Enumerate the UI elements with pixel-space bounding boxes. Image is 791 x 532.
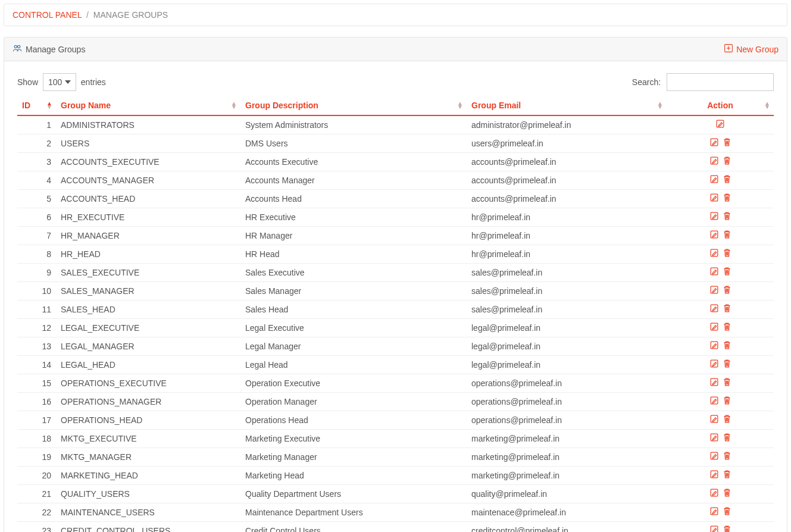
edit-icon[interactable]: [715, 119, 725, 129]
breadcrumb-separator: /: [86, 10, 89, 20]
sort-icon: ▲▼: [231, 102, 237, 109]
table-row: 1ADMINISTRATORSSystem Administratorsadmi…: [17, 115, 774, 134]
cell-name: HR_MANAGER: [56, 227, 240, 245]
edit-icon[interactable]: [709, 267, 719, 276]
cell-desc: Accounts Head: [240, 190, 467, 208]
cell-name: LEGAL_HEAD: [56, 356, 240, 374]
table-row: 23CREDIT_CONTROL_USERSCredit Control Use…: [17, 522, 774, 533]
table-row: 6HR_EXECUTIVEHR Executivehr@primeleaf.in: [17, 208, 774, 227]
cell-id: 11: [17, 301, 56, 319]
sort-icon: ▲▼: [46, 102, 52, 109]
edit-icon[interactable]: [709, 396, 719, 405]
edit-icon[interactable]: [709, 359, 719, 368]
delete-icon[interactable]: [723, 211, 731, 221]
edit-icon[interactable]: [709, 174, 719, 184]
edit-icon[interactable]: [709, 193, 719, 202]
delete-icon[interactable]: [723, 230, 731, 239]
delete-icon[interactable]: [723, 285, 731, 295]
edit-icon[interactable]: [709, 433, 719, 442]
new-group-button[interactable]: New Group: [724, 43, 779, 55]
svg-point-1: [18, 45, 20, 48]
breadcrumb: CONTROL PANEL / MANAGE GROUPS: [4, 4, 787, 26]
delete-icon[interactable]: [723, 506, 731, 516]
edit-icon[interactable]: [709, 230, 719, 239]
cell-email: hr@primeleaf.in: [467, 245, 667, 264]
delete-icon[interactable]: [723, 303, 731, 313]
cell-email: accounts@primeleaf.in: [467, 171, 667, 190]
cell-id: 10: [17, 282, 56, 301]
cell-id: 6: [17, 208, 56, 227]
col-email[interactable]: Group Email ▲▼: [467, 97, 667, 115]
edit-icon[interactable]: [709, 414, 719, 424]
groups-table: ID ▲▼ Group Name ▲▼ Group Description ▲▼…: [17, 97, 774, 532]
delete-icon[interactable]: [723, 451, 731, 461]
delete-icon[interactable]: [723, 359, 731, 368]
delete-icon[interactable]: [723, 267, 731, 276]
cell-action: [667, 522, 774, 533]
edit-icon[interactable]: [709, 322, 719, 331]
edit-icon[interactable]: [709, 211, 719, 221]
edit-icon[interactable]: [709, 137, 719, 147]
delete-icon[interactable]: [723, 137, 731, 147]
table-row: 2USERSDMS Usersusers@primeleaf.in: [17, 134, 774, 153]
cell-desc: Marketing Head: [240, 467, 467, 485]
cell-name: USERS: [56, 134, 240, 153]
cell-action: [667, 264, 774, 282]
edit-icon[interactable]: [709, 340, 719, 350]
delete-icon[interactable]: [723, 414, 731, 424]
delete-icon[interactable]: [723, 433, 731, 442]
edit-icon[interactable]: [709, 377, 719, 387]
cell-action: [667, 393, 774, 411]
col-action[interactable]: Action ▲▼: [667, 97, 774, 115]
col-id[interactable]: ID ▲▼: [17, 97, 56, 115]
cell-email: legal@primeleaf.in: [467, 319, 667, 337]
panel-title: Manage Groups: [26, 45, 85, 54]
table-row: 10SALES_MANAGERSales Managersales@primel…: [17, 282, 774, 301]
delete-icon[interactable]: [723, 340, 731, 350]
delete-icon[interactable]: [723, 193, 731, 202]
delete-icon[interactable]: [723, 396, 731, 405]
cell-email: legal@primeleaf.in: [467, 337, 667, 356]
delete-icon[interactable]: [723, 470, 731, 479]
cell-email: creditcontrol@primeleaf.in: [467, 522, 667, 533]
edit-icon[interactable]: [709, 506, 719, 516]
breadcrumb-root-link[interactable]: CONTROL PANEL: [12, 10, 82, 20]
table-row: 12LEGAL_EXECUTIVELegal Executivelegal@pr…: [17, 319, 774, 337]
delete-icon[interactable]: [723, 156, 731, 165]
cell-name: ADMINISTRATORS: [56, 115, 240, 134]
delete-icon[interactable]: [723, 322, 731, 331]
edit-icon[interactable]: [709, 156, 719, 165]
cell-desc: Quality Department Users: [240, 485, 467, 503]
cell-name: ACCOUNTS_HEAD: [56, 190, 240, 208]
delete-icon[interactable]: [723, 525, 731, 532]
edit-icon[interactable]: [709, 525, 719, 532]
search-input[interactable]: [667, 73, 774, 91]
cell-email: quality@primeleaf.in: [467, 485, 667, 503]
cell-email: users@primeleaf.in: [467, 134, 667, 153]
edit-icon[interactable]: [709, 285, 719, 295]
cell-email: marketing@primeleaf.in: [467, 467, 667, 485]
col-desc[interactable]: Group Description ▲▼: [240, 97, 467, 115]
cell-id: 21: [17, 485, 56, 503]
col-name[interactable]: Group Name ▲▼: [56, 97, 240, 115]
length-select[interactable]: 100: [43, 73, 76, 91]
delete-icon[interactable]: [723, 377, 731, 387]
cell-name: SALES_EXECUTIVE: [56, 264, 240, 282]
cell-desc: Marketing Manager: [240, 448, 467, 467]
edit-icon[interactable]: [709, 248, 719, 258]
cell-action: [667, 503, 774, 522]
cell-desc: Operation Manager: [240, 393, 467, 411]
delete-icon[interactable]: [723, 488, 731, 497]
delete-icon[interactable]: [723, 248, 731, 258]
edit-icon[interactable]: [709, 470, 719, 479]
table-row: 17OPERATIONS_HEADOperations Headoperatio…: [17, 411, 774, 430]
cell-action: [667, 190, 774, 208]
cell-action: [667, 319, 774, 337]
edit-icon[interactable]: [709, 303, 719, 313]
cell-email: sales@primeleaf.in: [467, 264, 667, 282]
cell-email: legal@primeleaf.in: [467, 356, 667, 374]
edit-icon[interactable]: [709, 488, 719, 497]
table-row: 11SALES_HEADSales Headsales@primeleaf.in: [17, 301, 774, 319]
edit-icon[interactable]: [709, 451, 719, 461]
delete-icon[interactable]: [723, 174, 731, 184]
